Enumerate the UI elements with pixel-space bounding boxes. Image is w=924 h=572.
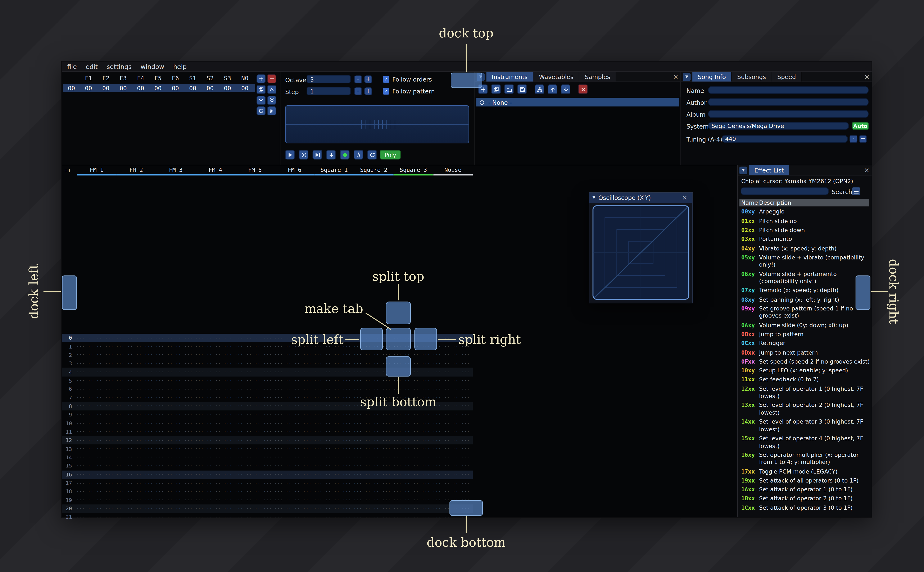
tab-instruments[interactable]: Instruments [486,72,534,82]
pattern-cell[interactable]: ··· ·· ·· ··· [273,378,312,384]
pattern-cell[interactable]: ··· ·· ·· ··· [273,412,312,418]
oscilloscope-title-bar[interactable]: ▼ Oscilloscope (X-Y) × [589,193,692,203]
pattern-cell[interactable]: ··· ·· ·· ··· [273,489,312,494]
pattern-cell[interactable]: ··· ·· ·· ··· [154,489,193,494]
order-move-down-button[interactable] [257,96,265,105]
pattern-row-13[interactable]: 13··· ·· ·· ······ ·· ·· ······ ·· ·· ··… [62,445,473,453]
pattern-cell[interactable]: ··· ·· ·· ··· [312,489,352,494]
effect-row-07xy[interactable]: 07xyTremolo (x: speed; y: depth) [739,286,870,295]
pattern-cell[interactable]: ··· ·· ·· ··· [75,378,114,384]
effect-row-06xy[interactable]: 06xyVolume slide + portamento (compatibi… [739,269,870,286]
pattern-row-2[interactable]: 2··· ·· ·· ······ ·· ·· ······ ·· ·· ···… [62,351,473,359]
pattern-cell[interactable]: ··· ·· ·· ··· [273,429,312,435]
pattern-cell[interactable]: ··· ·· ·· ··· [233,489,273,494]
pattern-cell[interactable]: ··· ·· ·· ··· [431,404,471,409]
effect-list-menu-button[interactable] [852,187,860,195]
pattern-cell[interactable]: ··· ·· ·· ··· [193,335,233,341]
pattern-cell[interactable]: ··· ·· ·· ··· [273,455,312,460]
pattern-cell[interactable]: ··· ·· ·· ··· [193,421,233,426]
order-cell[interactable]: 00 [80,85,97,91]
tuning-field[interactable] [721,135,848,143]
pattern-cell[interactable]: ··· ·· ·· ··· [233,361,273,366]
instrument-move-down-button[interactable] [561,84,570,94]
channel-header-noise[interactable]: Noise [433,165,473,176]
pattern-cell[interactable]: ··· ·· ·· ··· [193,404,233,409]
pattern-cell[interactable]: ··· ·· ·· ··· [114,480,154,486]
pattern-cell[interactable]: ··· ·· ·· ··· [312,429,352,435]
pattern-cell[interactable]: ··· ·· ·· ··· [233,412,273,418]
effect-row-19xx[interactable]: 19xxSet attack of all operators (0 to 1F… [739,476,870,485]
pattern-cell[interactable]: ··· ·· ·· ··· [312,514,352,520]
pattern-cell[interactable]: ··· ·· ·· ··· [193,455,233,460]
collapse-arrow-button[interactable]: ▼ [739,166,747,174]
pattern-cell[interactable]: ··· ·· ·· ··· [114,344,154,349]
pattern-cell[interactable]: ··· ·· ·· ··· [75,506,114,511]
pattern-cell[interactable]: ··· ·· ·· ··· [312,455,352,460]
pattern-row-11[interactable]: 11··· ·· ·· ······ ·· ·· ······ ·· ·· ··… [62,427,473,436]
name-field[interactable] [708,86,869,94]
pattern-cell[interactable]: ··· ·· ·· ··· [154,344,193,349]
dock-target-bottom[interactable] [449,500,483,516]
pattern-cell[interactable]: ··· ·· ·· ··· [391,489,431,494]
pattern-cell[interactable]: ··· ·· ·· ··· [75,395,114,401]
pattern-cell[interactable]: ··· ·· ·· ··· [312,335,352,341]
channel-header-square-2[interactable]: Square 2 [354,165,394,176]
pattern-row-12[interactable]: 12··· ·· ·· ······ ·· ·· ······ ·· ·· ··… [62,436,473,445]
pattern-cell[interactable]: ··· ·· ·· ··· [312,395,352,401]
tab-effect-list[interactable]: Effect List [749,165,790,175]
pattern-cell[interactable]: ··· ·· ·· ··· [114,421,154,426]
pattern-cell[interactable]: ··· ·· ·· ··· [75,497,114,503]
pattern-cell[interactable]: ··· ·· ·· ··· [352,429,391,435]
pattern-cell[interactable]: ··· ·· ·· ··· [273,480,312,486]
author-field[interactable] [708,98,869,106]
pattern-cell[interactable]: ··· ·· ·· ··· [75,344,114,349]
menu-item-edit[interactable]: edit [86,63,98,70]
pattern-cell[interactable]: ··· ·· ·· ··· [154,370,193,375]
pattern-cell[interactable]: ··· ·· ·· ··· [114,455,154,460]
pattern-cell[interactable]: ··· ·· ·· ··· [193,361,233,366]
pattern-row-6[interactable]: 6··· ·· ·· ······ ·· ·· ······ ·· ·· ···… [62,385,473,393]
edit-record-toggle[interactable] [340,150,350,160]
pattern-cell[interactable]: ··· ·· ·· ··· [75,387,114,392]
pattern-cell[interactable]: ··· ·· ·· ··· [391,404,431,409]
pattern-cell[interactable]: ··· ·· ·· ··· [75,480,114,486]
pattern-cell[interactable]: ··· ·· ·· ··· [352,514,391,520]
pattern-cell[interactable]: ··· ·· ·· ··· [114,352,154,358]
menu-item-help[interactable]: help [173,63,187,70]
pattern-cell[interactable]: ··· ·· ·· ··· [312,463,352,469]
pattern-cell[interactable]: ··· ·· ·· ··· [193,412,233,418]
pattern-cell[interactable]: ··· ·· ·· ··· [75,404,114,409]
effect-row-13xx[interactable]: 13xxSet level of operator 2 (0 highest, … [739,401,870,418]
pattern-cell[interactable]: ··· ·· ·· ··· [193,387,233,392]
pattern-cell[interactable]: ··· ·· ·· ··· [312,497,352,503]
split-target-bottom[interactable] [386,356,411,376]
piano-input-widget[interactable] [285,106,469,143]
pattern-cell[interactable]: ··· ·· ·· ··· [391,387,431,392]
pattern-row-0[interactable]: 0··· ·· ·· ······ ·· ·· ······ ·· ·· ···… [62,334,473,342]
pattern-cell[interactable]: ··· ·· ·· ··· [273,395,312,401]
pattern-cell[interactable]: ··· ·· ·· ··· [391,421,431,426]
order-edit-mode-button[interactable] [267,106,276,115]
pattern-cell[interactable]: ··· ·· ·· ··· [233,446,273,452]
pattern-cell[interactable]: ··· ·· ·· ··· [352,455,391,460]
channel-header-square-3[interactable]: Square 3 [394,165,433,176]
effect-row-1Cxx[interactable]: 1CxxSet attack of operator 3 (0 to 1F) [739,504,870,513]
order-row-selected[interactable]: 0000000000000000000000 [63,84,255,92]
channel-header-fm-5[interactable]: FM 5 [235,165,275,176]
metronome-button[interactable] [354,150,363,160]
split-target-left[interactable] [360,328,383,350]
pattern-row-18[interactable]: 18··· ·· ·· ······ ·· ·· ······ ·· ·· ··… [62,487,473,496]
pattern-row-16[interactable]: 16··· ·· ·· ······ ·· ·· ······ ·· ·· ··… [62,470,473,479]
pattern-cell[interactable]: ··· ·· ·· ··· [233,404,273,409]
order-duplicate-button[interactable] [257,85,265,94]
effect-row-0Fxx[interactable]: 0FxxSet speed (speed 2 if no grooves exi… [739,357,870,366]
move-cursor-down-button[interactable] [326,150,336,160]
pattern-cell[interactable]: ··· ·· ·· ··· [114,361,154,366]
order-cell[interactable]: 00 [201,85,219,91]
pattern-cell[interactable]: ··· ·· ·· ··· [233,472,273,477]
pattern-cell[interactable]: ··· ·· ·· ··· [154,421,193,426]
pattern-cell[interactable]: ··· ·· ·· ··· [114,395,154,401]
pattern-cell[interactable]: ··· ·· ·· ··· [312,378,352,384]
order-duplicate-end-button[interactable] [267,96,276,105]
effect-row-02xx[interactable]: 02xxPitch slide down [739,226,870,235]
